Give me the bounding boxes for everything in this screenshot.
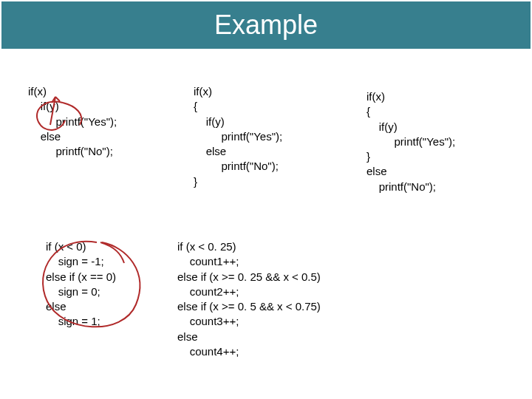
slide-title: Example (214, 10, 318, 41)
code-block-2: if(x) { if(y) printf("Yes"); else printf… (194, 84, 282, 189)
code-block-3: if(x) { if(y) printf("Yes"); } else prin… (366, 89, 455, 194)
slide-header: Example (1, 1, 531, 49)
code-block-4: if (x < 0) sign = -1; else if (x == 0) s… (46, 239, 116, 330)
code-block-1: if(x) if(y) printf("Yes"); else printf("… (28, 84, 117, 159)
code-block-5: if (x < 0. 25) count1++; else if (x >= 0… (177, 239, 321, 359)
slide-content: if(x) if(y) printf("Yes"); else printf("… (0, 49, 532, 399)
